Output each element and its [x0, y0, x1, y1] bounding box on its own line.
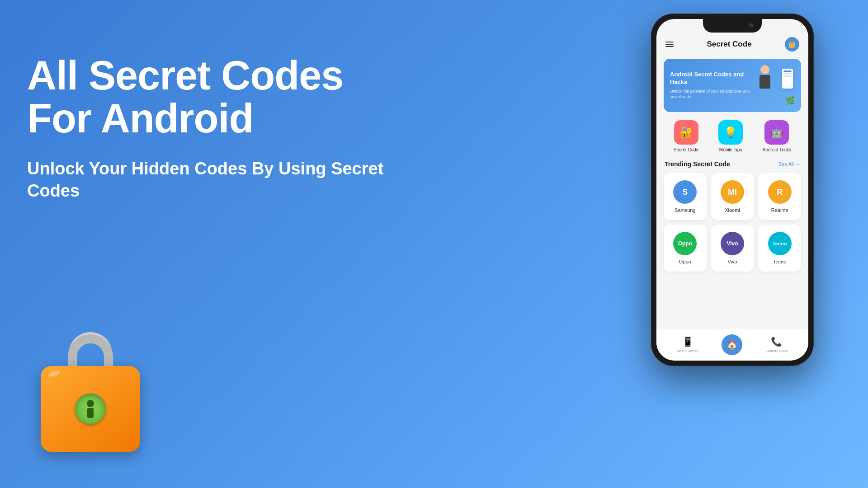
xiaomi-label: Xiaomi [725, 207, 740, 213]
app-header: Secret Code 👑 [664, 37, 801, 52]
brand-card-tecno[interactable]: Tecno Tecno [758, 225, 801, 272]
camera-dot [749, 23, 754, 28]
vivo-avatar: Vivo [721, 232, 744, 255]
samsung-label: Samsung [675, 207, 695, 213]
brand-grid-row2: Oppo Oppo Vivo Vivo Tecno Tecno [664, 225, 801, 272]
category-mobile-tips[interactable]: 💡 Mobile Tips [718, 120, 743, 152]
categories-row: 🔐 Secret Code 💡 Mobile Tips 🤖 Android Tr… [664, 120, 801, 152]
nav-home[interactable]: 🏠 [722, 334, 742, 355]
menu-button[interactable] [665, 42, 674, 47]
see-all-button[interactable]: See All → [778, 161, 800, 167]
android-tricks-icon: 🤖 [764, 120, 789, 145]
vivo-label: Vivo [727, 259, 737, 264]
mobile-tips-icon: 💡 [718, 120, 743, 145]
tecno-label: Tecno [773, 259, 786, 264]
category-label-secret: Secret Code [674, 147, 699, 152]
about-device-icon: 📱 [682, 336, 693, 347]
category-android-tricks[interactable]: 🤖 Android Tricks [763, 120, 791, 152]
crown-button[interactable]: 👑 [785, 37, 799, 52]
phone-frame: Secret Code 👑 Android Secret Codes and H… [651, 14, 814, 366]
subtitle: Unlock Your Hidden Codes By Using Secret… [27, 158, 398, 202]
hamburger-line-3 [665, 46, 674, 47]
secret-code-icon: 🔐 [674, 120, 698, 145]
brand-card-samsung[interactable]: S Samsung [664, 173, 707, 220]
phone-mockup: Secret Code 👑 Android Secret Codes and H… [651, 14, 814, 366]
crown-icon: 👑 [788, 41, 796, 48]
hamburger-line-1 [665, 42, 674, 42]
brand-card-vivo[interactable]: Vivo Vivo [711, 225, 754, 272]
country-code-icon: 📞 [771, 336, 782, 347]
brand-card-realme[interactable]: R Realme [758, 173, 801, 220]
app-content: Secret Code 👑 Android Secret Codes and H… [656, 19, 808, 361]
banner-subtitle: Unlock full potential of your smartphone… [670, 89, 759, 100]
app-title: Secret Code [707, 40, 751, 49]
phone-screen: Secret Code 👑 Android Secret Codes and H… [656, 19, 808, 361]
realme-avatar: R [768, 180, 792, 204]
realme-label: Realme [771, 207, 788, 213]
left-section: All Secret Codes For Android Unlock Your… [27, 54, 398, 202]
oppo-avatar: Oppo [673, 232, 697, 255]
banner-text: Android Secret Codes and Hacks Unlock fu… [670, 71, 759, 100]
brand-card-xiaomi[interactable]: MI Xiaomi [711, 173, 754, 220]
lock-illustration [27, 325, 154, 452]
category-secret-code[interactable]: 🔐 Secret Code [674, 120, 699, 152]
oppo-label: Oppo [679, 259, 691, 264]
promo-banner[interactable]: Android Secret Codes and Hacks Unlock fu… [664, 59, 801, 112]
samsung-avatar: S [673, 180, 697, 204]
trending-title: Trending Secret Code [665, 160, 730, 168]
phone-notch [703, 19, 762, 33]
home-icon: 🏠 [722, 334, 742, 355]
main-title: All Secret Codes For Android [27, 54, 398, 140]
trending-header: Trending Secret Code See All → [664, 160, 801, 168]
bottom-navigation: 📱 About Device 🏠 📞 Country Code [656, 328, 808, 361]
nav-country-code[interactable]: 📞 Country Code [765, 336, 788, 353]
hamburger-line-2 [665, 44, 674, 45]
brand-grid-row1: S Samsung MI Xiaomi R Realme [664, 173, 801, 220]
about-device-label: About Device [677, 349, 699, 353]
banner-title: Android Secret Codes and Hacks [670, 71, 759, 86]
tecno-avatar: Tecno [768, 232, 792, 255]
category-label-android: Android Tricks [763, 147, 791, 152]
category-label-mobile: Mobile Tips [719, 147, 742, 152]
country-code-label: Country Code [765, 349, 788, 353]
xiaomi-avatar: MI [721, 180, 744, 204]
brand-card-oppo[interactable]: Oppo Oppo [664, 225, 707, 272]
banner-illustration: 🌿 [759, 65, 795, 106]
nav-about-device[interactable]: 📱 About Device [677, 336, 699, 353]
